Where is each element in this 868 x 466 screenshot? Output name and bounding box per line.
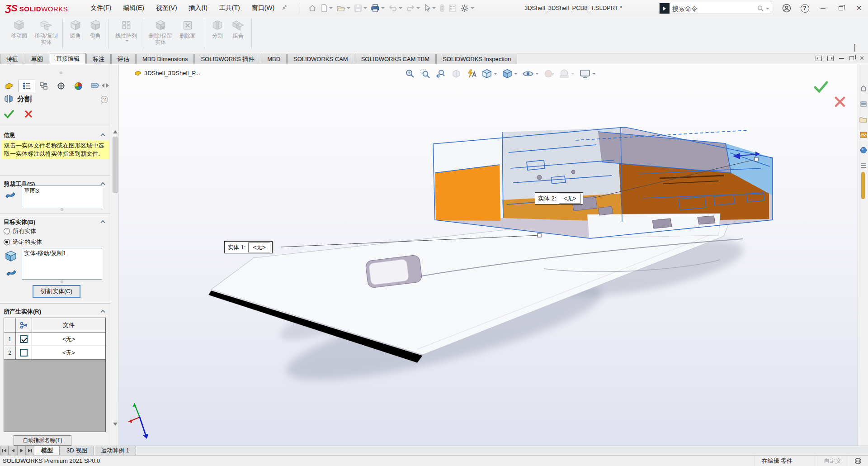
apply-scene-icon[interactable] bbox=[558, 67, 576, 81]
doc-close-icon[interactable]: ✕ bbox=[859, 55, 864, 62]
status-customize[interactable]: 自定义 bbox=[817, 456, 848, 466]
redo-button[interactable] bbox=[405, 3, 421, 13]
doc-minimize-icon[interactable] bbox=[839, 58, 844, 59]
flyout-tree-doc-tab[interactable]: 3DShell_3DShell_P... bbox=[134, 70, 200, 76]
appearances-icon[interactable] bbox=[859, 146, 868, 154]
menu-insert[interactable]: 插入(I) bbox=[184, 2, 212, 14]
info-section-header[interactable]: 信息 bbox=[4, 131, 104, 139]
3d-model[interactable] bbox=[119, 64, 858, 446]
panel-scrollbar[interactable] bbox=[112, 64, 118, 446]
resulting-bodies-section-header[interactable]: 所产生实体(R) bbox=[4, 308, 104, 316]
manager-tab-scroll[interactable] bbox=[102, 83, 109, 88]
view-settings-icon[interactable] bbox=[578, 67, 597, 81]
table-row[interactable]: 2 <无> bbox=[4, 346, 105, 360]
search-dropdown-icon[interactable] bbox=[766, 8, 769, 10]
first-tab-button[interactable] bbox=[0, 446, 9, 455]
row2-checkbox[interactable] bbox=[20, 349, 28, 357]
close-button[interactable]: ✕ bbox=[850, 1, 868, 15]
save-button[interactable] bbox=[353, 3, 368, 13]
target-bodies-section-header[interactable]: 目标实体(B) bbox=[4, 218, 104, 226]
fillet-button[interactable]: 圆角 bbox=[66, 18, 85, 39]
tab-evaluate[interactable]: 评估 bbox=[111, 54, 136, 64]
pane-left-icon[interactable] bbox=[816, 56, 822, 61]
menu-window[interactable]: 窗口(W) bbox=[247, 2, 279, 14]
mouse-gesture-icon[interactable] bbox=[438, 3, 446, 13]
radio-all-bodies-circle[interactable] bbox=[4, 228, 10, 234]
tab-scroll-right-icon[interactable] bbox=[106, 83, 109, 88]
task-pane-scroll-indicator[interactable] bbox=[861, 172, 865, 199]
tab-mbd[interactable]: MBD bbox=[261, 54, 287, 64]
status-globe-icon[interactable] bbox=[848, 456, 868, 466]
home-button[interactable] bbox=[307, 3, 318, 13]
tab-sketch[interactable]: 草图 bbox=[25, 54, 49, 64]
panel-splitter-handle[interactable] bbox=[60, 71, 62, 74]
move-face-button[interactable]: 移动面 bbox=[5, 18, 33, 39]
listbox-resize-handle[interactable] bbox=[61, 208, 63, 211]
display-style-icon[interactable] bbox=[501, 67, 519, 81]
magnifier-icon[interactable] bbox=[757, 5, 764, 13]
menu-view[interactable]: 视图(V) bbox=[151, 2, 182, 14]
listbox-resize-handle-2[interactable] bbox=[61, 281, 63, 283]
pane-right-icon[interactable] bbox=[827, 56, 834, 61]
tab-scroll-left-icon[interactable] bbox=[102, 83, 104, 88]
properties-icon[interactable] bbox=[447, 3, 458, 13]
feature-manager-tab[interactable] bbox=[1, 80, 18, 92]
restore-button[interactable] bbox=[832, 1, 850, 15]
body2-callout[interactable]: 实体 2: <无> bbox=[535, 192, 583, 204]
options-gear-button[interactable] bbox=[459, 3, 476, 14]
custom-properties-icon[interactable] bbox=[859, 161, 868, 170]
minimize-button[interactable] bbox=[814, 1, 832, 15]
delete-face-button[interactable]: 删除面 bbox=[174, 18, 201, 39]
edit-appearance-icon[interactable] bbox=[542, 67, 555, 81]
property-manager-tab[interactable] bbox=[18, 80, 35, 92]
confirm-ok-icon[interactable] bbox=[813, 81, 829, 95]
tab-features[interactable]: 特征 bbox=[0, 54, 24, 64]
row1-file-cell[interactable]: <无> bbox=[32, 333, 105, 346]
cancel-x-icon[interactable] bbox=[24, 110, 33, 118]
pcb-assembly[interactable] bbox=[433, 127, 773, 238]
zoom-fit-icon[interactable] bbox=[404, 67, 416, 81]
graphics-viewport[interactable]: 3DShell_3DShell_P... 实体 1: <无> bbox=[119, 64, 858, 446]
tab-cam-tbm[interactable]: SOLIDWORKS CAM TBM bbox=[355, 54, 436, 64]
motion-study-tab[interactable]: 运动算例 1 bbox=[94, 446, 136, 455]
account-icon[interactable] bbox=[778, 1, 796, 15]
configuration-manager-tab[interactable] bbox=[35, 80, 52, 92]
confirm-cancel-icon[interactable] bbox=[834, 96, 846, 109]
pm-help-icon[interactable]: ? bbox=[101, 96, 108, 103]
menu-edit[interactable]: 编辑(E) bbox=[118, 2, 149, 14]
undo-button[interactable] bbox=[387, 3, 404, 13]
view-palette-icon[interactable] bbox=[859, 130, 868, 139]
tab-inspection[interactable]: SOLIDWORKS Inspection bbox=[436, 54, 517, 64]
next-tab-button[interactable] bbox=[17, 446, 26, 455]
section-view-icon[interactable] bbox=[450, 67, 462, 81]
scroll-up-icon[interactable] bbox=[113, 130, 118, 133]
previous-view-icon[interactable] bbox=[434, 67, 447, 81]
display-manager-tab[interactable] bbox=[70, 80, 87, 92]
body1-value[interactable]: <无> bbox=[248, 243, 270, 252]
help-button[interactable]: ? bbox=[796, 1, 814, 15]
chamfer-button[interactable]: 倒角 bbox=[85, 18, 105, 39]
scroll-down-icon[interactable] bbox=[113, 423, 118, 426]
tab-direct-editing[interactable]: 直接编辑 bbox=[50, 53, 86, 64]
select-tool-button[interactable] bbox=[422, 3, 437, 13]
tab-cam[interactable]: SOLIDWORKS CAM bbox=[287, 54, 354, 64]
last-tab-button[interactable] bbox=[26, 446, 34, 455]
trim-tool-listbox[interactable]: 草图3 bbox=[22, 185, 102, 207]
command-search[interactable] bbox=[659, 3, 772, 14]
delete-keep-body-button[interactable]: 删除/保留实体 bbox=[147, 18, 174, 45]
radio-selected-bodies-circle[interactable] bbox=[4, 239, 10, 245]
cut-bodies-button[interactable]: 切割实体(C) bbox=[33, 285, 80, 298]
split-button[interactable]: 分割 bbox=[207, 18, 228, 39]
body2-value[interactable]: <无> bbox=[559, 194, 580, 204]
3d-views-tab[interactable]: 3D 视图 bbox=[60, 446, 94, 455]
radio-selected-bodies[interactable]: 选定的实体 bbox=[4, 238, 42, 246]
model-tab[interactable]: 模型 bbox=[34, 446, 60, 455]
row2-file-cell[interactable]: <无> bbox=[32, 346, 105, 359]
radio-all-bodies[interactable]: 所有实体 bbox=[4, 227, 36, 235]
zoom-area-icon[interactable] bbox=[419, 67, 432, 81]
file-explorer-icon[interactable] bbox=[859, 115, 868, 124]
row1-checkbox[interactable] bbox=[20, 335, 28, 343]
auto-assign-names-button[interactable]: 自动指派名称(T) bbox=[14, 435, 71, 446]
tab-addins[interactable]: SOLIDWORKS 插件 bbox=[194, 54, 260, 64]
hide-show-annotations-icon[interactable] bbox=[465, 67, 478, 81]
